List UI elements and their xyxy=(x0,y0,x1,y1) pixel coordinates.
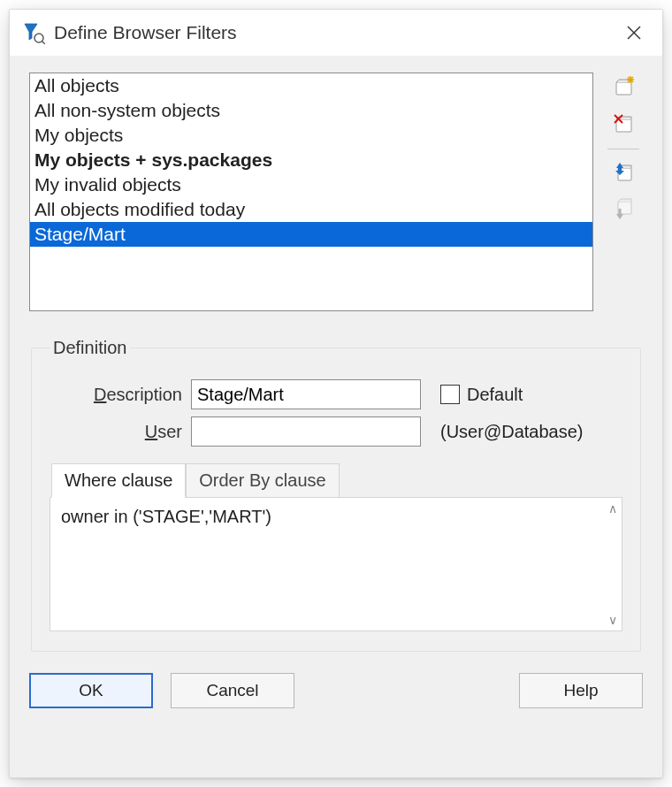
svg-rect-9 xyxy=(616,119,631,132)
filter-item[interactable]: All objects modified today xyxy=(30,197,592,222)
new-filter-button[interactable] xyxy=(609,73,638,101)
delete-filter-button[interactable] xyxy=(609,110,638,138)
titlebar: Define Browser Filters xyxy=(10,10,662,57)
default-checkbox[interactable] xyxy=(440,385,460,404)
filter-list[interactable]: All objectsAll non-system objectsMy obje… xyxy=(29,73,593,311)
description-label: Description xyxy=(50,385,191,405)
editor-scrollbar[interactable]: ∧ ∨ xyxy=(604,498,622,630)
svg-line-1 xyxy=(42,42,46,45)
svg-rect-13 xyxy=(619,168,622,173)
filter-item[interactable]: My objects + sys.packages xyxy=(30,148,592,172)
filter-item[interactable]: My objects xyxy=(30,123,592,148)
toolbar-separator xyxy=(607,149,639,149)
dialog-content: All objectsAll non-system objectsMy obje… xyxy=(10,57,662,777)
filter-item[interactable]: My invalid objects xyxy=(30,172,592,197)
close-button[interactable] xyxy=(616,15,652,50)
definition-group: Definition Description Default User (Use… xyxy=(31,338,641,652)
user-hint: (User@Database) xyxy=(440,422,583,442)
where-clause-editor[interactable]: owner in ('STAGE','MART') xyxy=(50,498,604,630)
svg-rect-15 xyxy=(619,209,622,214)
tab-where-clause[interactable]: Where clause xyxy=(51,463,186,498)
dialog-title: Define Browser Filters xyxy=(54,22,616,43)
description-input[interactable] xyxy=(191,379,421,409)
where-clause-panel: owner in ('STAGE','MART') ∧ ∨ xyxy=(50,497,622,631)
cancel-button[interactable]: Cancel xyxy=(171,673,294,708)
move-down-button[interactable] xyxy=(609,195,638,224)
dialog-buttons: OK Cancel Help xyxy=(29,673,643,708)
filter-app-icon xyxy=(22,21,45,44)
dialog-window: Define Browser Filters All objectsAll no… xyxy=(9,9,663,778)
definition-legend: Definition xyxy=(50,338,130,358)
filter-item[interactable]: All objects xyxy=(30,73,592,98)
user-input[interactable] xyxy=(191,416,421,447)
filter-toolbar xyxy=(604,73,643,233)
filter-item[interactable]: All non-system objects xyxy=(30,98,592,123)
svg-rect-4 xyxy=(616,82,631,95)
ok-button[interactable]: OK xyxy=(29,673,153,708)
user-label: User xyxy=(50,422,191,442)
scroll-up-icon: ∧ xyxy=(606,501,620,516)
filter-item[interactable]: Stage/Mart xyxy=(30,222,592,247)
default-label: Default xyxy=(467,385,523,405)
clause-tabs: Where clauseOrder By clause owner in ('S… xyxy=(50,462,622,631)
tab-order-by-clause[interactable]: Order By clause xyxy=(186,463,339,498)
move-up-button[interactable] xyxy=(609,158,638,187)
scroll-down-icon: ∨ xyxy=(606,613,620,627)
help-button[interactable]: Help xyxy=(519,673,643,708)
